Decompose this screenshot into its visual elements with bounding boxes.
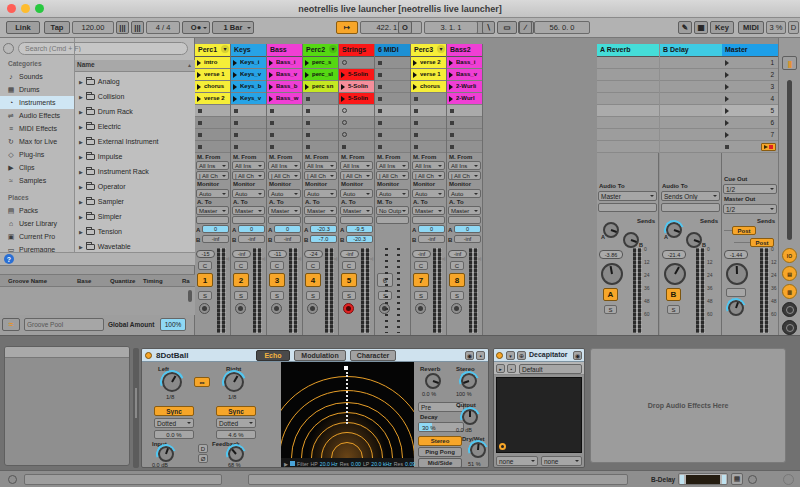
browser-item[interactable]: ▶Collision [75,89,195,104]
input-channel-select[interactable]: | All Ch [232,171,265,180]
minimize-window-button[interactable] [21,4,30,13]
send-b-knob[interactable] [686,232,702,248]
empty-clip-slot[interactable] [447,141,482,153]
stop-all-clips-row[interactable] [722,141,778,153]
pan-control[interactable]: C [270,261,284,270]
send-a-value[interactable]: 0 [418,225,445,233]
clip-slot[interactable]: chorus [411,81,446,93]
help-icon[interactable]: ? [4,254,14,264]
clip-slot[interactable]: 5-Solin [339,93,374,105]
filter-display-toggle[interactable] [290,461,295,466]
monitor-select[interactable]: Auto [340,189,373,198]
input-channel-select[interactable]: | All Ch [412,171,445,180]
empty-clip-slot[interactable] [339,105,374,117]
scene-row[interactable]: 5 [722,105,778,117]
metronome-toggle[interactable]: O● [182,21,210,34]
input-routing-select[interactable]: All Ins [412,161,445,170]
groove-pool-toggle[interactable]: ≈ [2,318,20,331]
loop-switch[interactable]: ▭ [497,21,517,34]
arm-button[interactable] [451,303,462,314]
monitor-select[interactable]: Auto [412,189,445,198]
master-out-select[interactable]: 1/2 [723,204,777,214]
sidebar-item-instruments[interactable]: ◔Instruments [0,96,74,109]
arm-button[interactable] [199,303,210,314]
drop-audio-effects-area[interactable]: Drop Audio Effects Here [590,348,786,463]
arm-button[interactable] [307,303,318,314]
empty-clip-slot[interactable] [447,129,482,141]
volume-knob[interactable] [601,263,623,285]
output-routing-select[interactable]: Master [268,206,301,215]
send-a-value[interactable]: 0 [454,225,481,233]
empty-clip-slot[interactable] [411,117,446,129]
browser-item[interactable]: ▶Analog [75,74,195,89]
clip-slot[interactable]: verse 1 [411,69,446,81]
browser-item[interactable]: ▶Simpler [75,209,195,224]
clip-slot[interactable]: perc_sl [303,69,338,81]
show-sends-toggle[interactable]: ▤ [782,266,797,281]
zoom-window-button[interactable] [35,4,44,13]
drift-button[interactable]: D [198,444,208,453]
clip-slot[interactable]: perc_s [303,57,338,69]
key-map-button[interactable]: Key [710,21,734,34]
browser-item[interactable]: ▶Sampler [75,194,195,209]
clip-slot[interactable]: 2-Wurli [447,81,482,93]
midi-map-button[interactable]: MIDI [738,21,764,34]
monitor-select[interactable]: Auto [304,189,337,198]
empty-clip-slot[interactable] [375,105,410,117]
scene-row[interactable]: 7 [722,129,778,141]
nudge-down-button[interactable]: ||| [116,21,129,34]
empty-clip-slot[interactable] [411,129,446,141]
empty-clip-slot[interactable] [231,129,266,141]
clip-slot[interactable]: Bass_b [267,81,302,93]
feedback-knob[interactable] [228,446,244,462]
send-b-value[interactable]: -7.0 [310,235,337,243]
track-header[interactable]: Keys [231,44,266,57]
scene-row[interactable]: 6 [722,117,778,129]
audio-to-select[interactable]: Master [598,191,657,201]
preview-cue-volume-knob[interactable] [728,300,744,316]
input-channel-select[interactable]: | All Ch [340,171,373,180]
empty-clip-slot[interactable] [447,105,482,117]
input-gain-knob[interactable] [158,446,174,462]
browser-item[interactable]: ▶Instrument Rack [75,164,195,179]
send-b-value[interactable]: -20.3 [346,235,373,243]
left-sync-mode-select[interactable]: Dotted [154,418,194,428]
empty-clip-slot[interactable] [267,105,302,117]
send-a-pre-post-toggle[interactable]: Post [732,226,756,235]
sidebar-item-max-for-live[interactable]: ↻Max for Live [0,135,74,148]
clip-slot[interactable]: Bass_i [267,57,302,69]
param-a-select[interactable]: none [496,456,538,466]
send-a-knob[interactable] [603,222,619,238]
pan-control[interactable]: C [198,261,212,270]
empty-clip-slot[interactable] [267,129,302,141]
empty-clip-slot[interactable] [339,141,374,153]
save-preset-icon[interactable]: ▪ [476,351,485,360]
cue-out-select[interactable]: 1/2 [723,184,777,194]
empty-clip-slot[interactable] [375,93,410,105]
empty-clip-slot[interactable] [267,141,302,153]
solo-button[interactable]: S [604,305,617,314]
solo-button[interactable]: S [270,291,284,300]
sidebar-item-sounds[interactable]: ♪Sounds [0,70,74,83]
left-sync-toggle[interactable]: Sync [154,406,194,416]
output-routing-select[interactable]: Master [340,206,373,215]
return-volume-value[interactable]: -21.4 [662,250,686,259]
track-activator[interactable]: 8 [449,273,465,287]
computer-midi-keyboard-button[interactable]: ▦ [694,21,708,34]
monitor-select[interactable]: Auto [196,189,229,198]
stereo-width-knob[interactable] [461,373,477,389]
follow-button[interactable]: ↦ [336,21,358,34]
clip-slot[interactable]: intro [195,57,230,69]
solo-button[interactable]: S [342,291,356,300]
return-track-header[interactable]: B Delay [660,44,722,57]
loop-start-display[interactable]: 3. 1. 1 [424,21,478,34]
empty-clip-slot[interactable] [195,105,230,117]
input-channel-select[interactable]: | All Ch [268,171,301,180]
empty-clip-slot[interactable] [375,57,410,69]
input-routing-select[interactable]: All Ins [196,161,229,170]
output-routing-select[interactable]: Master [412,206,445,215]
clip-slot[interactable]: verse 1 [195,69,230,81]
master-volume-value[interactable]: -1.44 [724,250,748,259]
track-activator[interactable]: 3 [269,273,285,287]
nudge-up-button[interactable]: ||| [131,21,144,34]
